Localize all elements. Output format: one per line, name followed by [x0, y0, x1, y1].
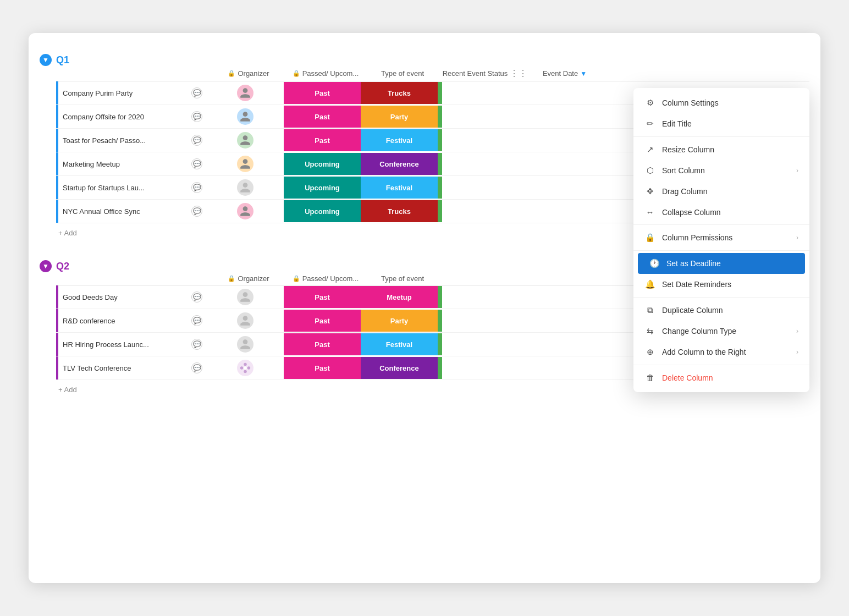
- type-cell[interactable]: Party: [361, 106, 438, 128]
- menu-label-column-permissions: Column Permissions: [662, 233, 790, 242]
- status-cell[interactable]: Past: [284, 310, 361, 332]
- status-cell[interactable]: Upcoming: [284, 177, 361, 199]
- status-cell[interactable]: Upcoming: [284, 200, 361, 222]
- comment-icon[interactable]: 💬: [191, 339, 202, 350]
- comment-icon[interactable]: 💬: [191, 87, 202, 98]
- menu-divider: [633, 224, 809, 225]
- row-name-cell: NYC Annual Office Sync💬: [58, 200, 207, 222]
- menu-label-sort-column: Sort Column: [662, 166, 790, 175]
- menu-item-column-settings[interactable]: ⚙Column Settings: [633, 92, 809, 113]
- menu-item-column-permissions[interactable]: 🔒Column Permissions›: [633, 227, 809, 248]
- menu-icon-set-date-reminders: 🔔: [644, 279, 655, 289]
- menu-icon-collapse-column: ↔: [644, 207, 655, 217]
- col-event-status-header: Recent Event Status ⋮⋮: [441, 68, 529, 79]
- dots-icon[interactable]: ⋮⋮: [510, 68, 527, 79]
- col-organizer-header: 🔒 Organizer: [210, 274, 287, 283]
- lock-icon: 🔒: [228, 70, 235, 77]
- status-cell[interactable]: Past: [284, 333, 361, 355]
- menu-label-set-date-reminders: Set Date Reminders: [662, 280, 798, 289]
- status-cell[interactable]: Past: [284, 82, 361, 104]
- comment-icon[interactable]: 💬: [191, 135, 202, 146]
- organizer-cell[interactable]: [207, 200, 284, 223]
- menu-icon-resize-column: ↗: [644, 145, 655, 155]
- avatar: [237, 179, 253, 196]
- context-menu: ⚙Column Settings✏Edit Title↗Resize Colum…: [633, 88, 809, 392]
- menu-item-resize-column[interactable]: ↗Resize Column: [633, 139, 809, 160]
- menu-divider: [633, 297, 809, 298]
- status-cell[interactable]: Past: [284, 106, 361, 128]
- menu-item-change-column-type[interactable]: ⇆Change Column Type›: [633, 321, 809, 342]
- type-cell[interactable]: Conference: [361, 153, 438, 175]
- organizer-cell[interactable]: [207, 356, 284, 380]
- organizer-cell[interactable]: [207, 152, 284, 175]
- comment-icon[interactable]: 💬: [191, 292, 202, 302]
- row-name-text: NYC Annual Office Sync: [63, 207, 188, 216]
- row-name-cell: Good Deeds Day💬: [58, 286, 207, 308]
- menu-item-drag-column[interactable]: ✥Drag Column: [633, 181, 809, 202]
- menu-item-set-date-reminders[interactable]: 🔔Set Date Reminders: [633, 274, 809, 295]
- lock-icon: 🔒: [293, 70, 300, 77]
- menu-chevron-sort-column: ›: [796, 167, 798, 174]
- type-cell[interactable]: Festival: [361, 129, 438, 151]
- row-name-text: Company Purim Party: [63, 89, 188, 97]
- col-type-header: Type of event: [364, 274, 441, 283]
- type-cell[interactable]: Festival: [361, 177, 438, 199]
- menu-label-drag-column: Drag Column: [662, 187, 798, 196]
- row-name-text: Toast for Pesach/ Passo...: [63, 136, 188, 145]
- organizer-cell[interactable]: [207, 309, 284, 332]
- green-indicator: [438, 286, 442, 308]
- type-cell[interactable]: Party: [361, 310, 438, 332]
- menu-icon-column-permissions: 🔒: [644, 233, 655, 243]
- type-cell[interactable]: Festival: [361, 333, 438, 355]
- status-cell[interactable]: Past: [284, 286, 361, 308]
- organizer-cell[interactable]: [207, 81, 284, 105]
- row-name-cell: TLV Tech Conference💬: [58, 357, 207, 379]
- menu-item-delete-column[interactable]: 🗑Delete Column: [633, 367, 809, 388]
- comment-icon[interactable]: 💬: [191, 315, 202, 326]
- main-container: ▼Q1 🔒 Organizer 🔒 Passed/ Upcom... Type …: [29, 33, 820, 583]
- menu-icon-duplicate-column: ⧉: [644, 305, 655, 315]
- lock-icon: 🔒: [293, 275, 300, 282]
- status-cell[interactable]: Past: [284, 357, 361, 379]
- organizer-cell[interactable]: [207, 105, 284, 128]
- row-name-text: R&D conference: [63, 317, 188, 325]
- status-cell[interactable]: Upcoming: [284, 153, 361, 175]
- green-indicator: [438, 200, 442, 222]
- status-cell[interactable]: Past: [284, 129, 361, 151]
- row-name-text: HR Hiring Process Launc...: [63, 340, 188, 349]
- menu-item-duplicate-column[interactable]: ⧉Duplicate Column: [633, 300, 809, 321]
- comment-icon[interactable]: 💬: [191, 206, 202, 217]
- menu-label-collapse-column: Collapse Column: [662, 208, 798, 217]
- type-cell[interactable]: Meetup: [361, 286, 438, 308]
- type-cell[interactable]: Trucks: [361, 200, 438, 222]
- comment-icon[interactable]: 💬: [191, 111, 202, 122]
- organizer-cell[interactable]: [207, 176, 284, 199]
- organizer-cell[interactable]: [207, 333, 284, 356]
- col-passed-header: 🔒 Passed/ Upcom...: [287, 274, 364, 283]
- comment-icon[interactable]: 💬: [191, 362, 202, 373]
- type-cell[interactable]: Trucks: [361, 82, 438, 104]
- menu-divider: [633, 365, 809, 365]
- menu-item-sort-column[interactable]: ⬡Sort Column›: [633, 160, 809, 181]
- comment-icon[interactable]: 💬: [191, 158, 202, 169]
- menu-item-edit-title[interactable]: ✏Edit Title: [633, 113, 809, 134]
- avatar: [237, 312, 253, 329]
- avatar: [237, 85, 253, 101]
- green-indicator: [438, 310, 442, 332]
- green-indicator: [438, 333, 442, 355]
- comment-icon[interactable]: 💬: [191, 182, 202, 193]
- menu-label-add-column-right: Add Column to the Right: [662, 348, 790, 356]
- menu-icon-add-column-right: ⊕: [644, 347, 655, 357]
- type-cell[interactable]: Conference: [361, 357, 438, 379]
- group-chevron-q1[interactable]: ▼: [40, 54, 52, 66]
- menu-item-set-as-deadline[interactable]: 🕐Set as Deadline: [638, 253, 805, 274]
- menu-label-edit-title: Edit Title: [662, 119, 798, 128]
- menu-icon-delete-column: 🗑: [644, 373, 655, 382]
- col-event-date-header[interactable]: Event Date ▼: [529, 69, 600, 78]
- menu-item-add-column-right[interactable]: ⊕Add Column to the Right›: [633, 342, 809, 362]
- row-name-text: Marketing Meetup: [63, 160, 188, 168]
- organizer-cell[interactable]: [207, 129, 284, 152]
- group-chevron-q2[interactable]: ▼: [40, 260, 52, 272]
- menu-item-collapse-column[interactable]: ↔Collapse Column: [633, 202, 809, 222]
- organizer-cell[interactable]: [207, 285, 284, 309]
